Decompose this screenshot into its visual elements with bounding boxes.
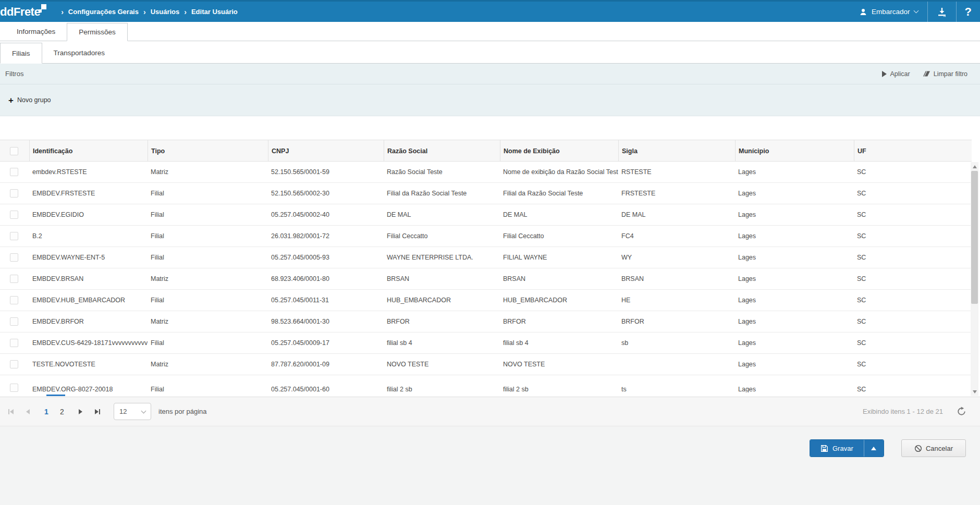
page-size-dropdown[interactable]: 12 — [114, 403, 151, 420]
help-icon: ? — [965, 5, 972, 19]
row-checkbox[interactable] — [10, 189, 18, 198]
cancel-button[interactable]: Cancelar — [901, 439, 966, 457]
table-row[interactable]: EMBDEV.EGIDIOFilial05.257.045/0002-40DE … — [0, 204, 972, 226]
cell-razao_social: Filial Ceccatto — [384, 232, 500, 240]
cell-tipo: Matriz — [148, 168, 268, 176]
cell-identificacao: EMBDEV.WAYNE-ENT-5 — [29, 254, 148, 261]
breadcrumb-item[interactable]: Configurações Gerais — [68, 8, 139, 16]
plus-icon: + — [8, 96, 14, 105]
cell-uf: SC — [854, 275, 972, 282]
breadcrumb-item[interactable]: Editar Usuário — [191, 8, 238, 16]
cell-sigla: WY — [618, 254, 735, 261]
page-number-button[interactable]: 1 — [42, 408, 51, 416]
apply-filter-button[interactable]: Aplicar — [882, 70, 910, 78]
app-logo-text: ddFrete — [0, 5, 40, 18]
column-header[interactable]: Tipo — [148, 140, 268, 162]
table-row[interactable]: EMBDEV.ORG-8027-20018Filial05.257.045/00… — [0, 375, 972, 392]
tab-filiais[interactable]: Filiais — [0, 43, 42, 64]
column-header[interactable]: Nome de Exibição — [500, 140, 618, 162]
download-button[interactable] — [928, 2, 956, 22]
row-checkbox[interactable] — [10, 384, 18, 392]
previous-page-button[interactable] — [26, 409, 30, 414]
cell-nome_exibicao: DE MAL — [500, 211, 618, 218]
table-row[interactable]: embdev.RSTESTEMatriz52.150.565/0001-59Ra… — [0, 162, 972, 183]
cell-cnpj: 52.150.565/0001-59 — [268, 168, 384, 176]
save-options-button[interactable] — [864, 440, 884, 457]
clear-filter-button[interactable]: Limpar filtro — [923, 70, 967, 78]
main-tabstrip: Informações Permissões — [0, 22, 980, 41]
user-icon — [859, 8, 867, 16]
topbar-actions: Embarcador ? — [850, 2, 980, 22]
cell-municipio: Lages — [735, 375, 854, 392]
save-button[interactable]: Gravar — [810, 440, 864, 457]
cell-tipo: Filial — [148, 232, 268, 240]
column-header[interactable]: Identificação — [29, 140, 148, 162]
row-checkbox[interactable] — [10, 339, 18, 347]
row-checkbox[interactable] — [10, 232, 18, 240]
cell-municipio: Lages — [735, 254, 854, 261]
column-header[interactable]: Munícipio — [735, 140, 854, 162]
row-checkbox[interactable] — [10, 360, 18, 368]
page-number-button[interactable]: 2 — [58, 408, 66, 416]
row-checkbox-cell — [0, 275, 29, 283]
new-group-button[interactable]: + Novo grupo — [8, 96, 51, 105]
table-row[interactable]: EMBDEV.BRFORMatriz98.523.664/0001-30BRFO… — [0, 311, 972, 332]
next-page-button[interactable] — [79, 409, 82, 414]
first-page-button[interactable] — [8, 409, 14, 414]
column-header[interactable]: Sigla — [618, 140, 735, 162]
filters-title: Filtros — [5, 70, 23, 78]
cell-identificacao: EMBDEV.BRFOR — [29, 318, 148, 325]
cell-municipio: Lages — [735, 297, 854, 304]
cell-identificacao: B.2 — [29, 232, 148, 240]
table-row[interactable]: EMBDEV.FRSTESTEFilial52.150.565/0002-30F… — [0, 183, 972, 204]
cell-nome_exibicao: filial sb 4 — [500, 339, 618, 347]
refresh-button[interactable] — [957, 407, 966, 416]
cell-cnpj: 05.257.045/0011-31 — [268, 297, 384, 304]
row-checkbox-cell — [0, 339, 29, 347]
sub-tabstrip: Filiais Transportadores — [0, 41, 980, 64]
row-checkbox[interactable] — [10, 211, 18, 219]
table-row[interactable]: EMBDEV.CUS-6429-18171vvvvvvvvvvvvvvFilia… — [0, 332, 972, 354]
cell-identificacao: embdev.RSTESTE — [29, 168, 148, 176]
cell-municipio: Lages — [735, 361, 854, 368]
per-page-label: itens por página — [158, 408, 207, 415]
row-checkbox[interactable] — [10, 296, 18, 304]
tab-informacoes[interactable]: Informações — [5, 22, 67, 41]
help-button[interactable]: ? — [957, 2, 980, 22]
cell-uf: SC — [854, 168, 972, 176]
cell-cnpj: 05.257.045/0001-60 — [268, 375, 384, 392]
breadcrumb-separator-icon: › — [143, 8, 146, 16]
column-header[interactable]: CNPJ — [268, 140, 384, 162]
scroll-up-arrow-icon[interactable] — [971, 163, 978, 170]
tab-permissoes[interactable]: Permissões — [67, 23, 128, 41]
row-checkbox-cell — [0, 168, 29, 176]
table-row[interactable]: TESTE.NOVOTESTEMatriz87.787.620/0001-09N… — [0, 354, 972, 375]
row-checkbox[interactable] — [10, 317, 18, 326]
table-row[interactable]: EMBDEV.WAYNE-ENT-5Filial05.257.045/0005-… — [0, 247, 972, 268]
scroll-down-arrow-icon[interactable] — [971, 388, 978, 396]
cell-nome_exibicao: FILIAL WAYNE — [500, 254, 618, 261]
cell-razao_social: Filial da Razão Social Teste — [384, 190, 500, 197]
row-checkbox[interactable] — [10, 275, 18, 283]
cell-identificacao: EMBDEV.EGIDIO — [29, 211, 148, 218]
column-header[interactable]: UF — [854, 140, 972, 162]
table-row[interactable]: EMBDEV.HUB_EMBARCADORFilial05.257.045/00… — [0, 290, 972, 311]
row-checkbox[interactable] — [10, 253, 18, 262]
column-header[interactable]: Razão Social — [384, 140, 500, 162]
row-checkbox-cell — [0, 189, 29, 198]
row-checkbox[interactable] — [10, 168, 18, 176]
last-page-button[interactable] — [95, 409, 100, 414]
table-row[interactable]: EMBDEV.BRSANMatriz68.923.406/0001-80BRSA… — [0, 268, 972, 290]
logo-mark-icon — [40, 5, 47, 16]
select-all-checkbox[interactable] — [10, 147, 18, 155]
cell-identificacao: EMBDEV.BRSAN — [29, 275, 148, 282]
cell-tipo: Matriz — [148, 318, 268, 325]
user-menu[interactable]: Embarcador — [850, 2, 927, 22]
table-row[interactable]: B.2Filial26.031.982/0001-72Filial Ceccat… — [0, 226, 972, 247]
scrollbar-thumb[interactable] — [971, 171, 978, 304]
cell-nome_exibicao: NOVO TESTE — [500, 361, 618, 368]
tab-transportadores[interactable]: Transportadores — [42, 42, 117, 63]
cell-cnpj: 05.257.045/0009-17 — [268, 339, 384, 347]
table-scrollbar[interactable] — [971, 162, 978, 396]
breadcrumb-item[interactable]: Usuários — [151, 8, 180, 16]
